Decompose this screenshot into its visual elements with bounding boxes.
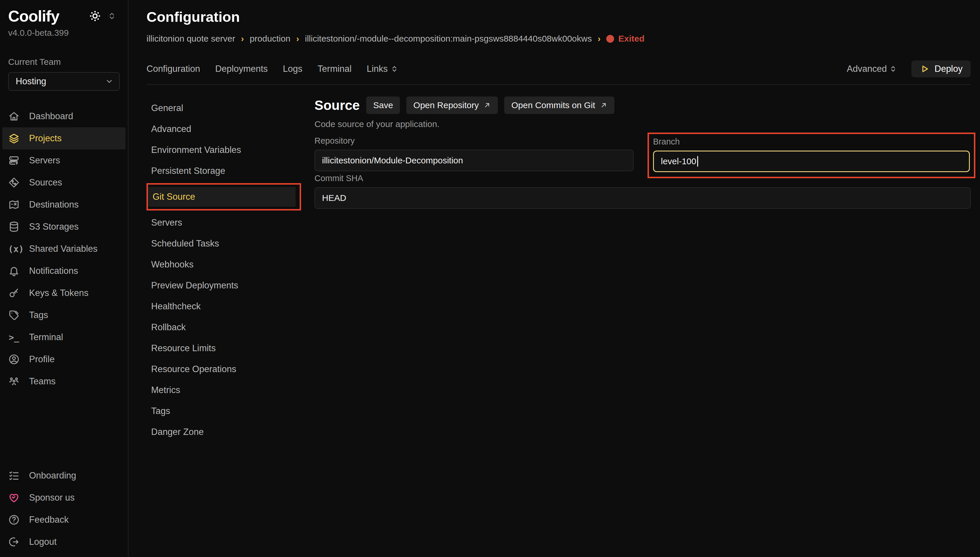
heart-icon [8,492,20,503]
commit-sha-input[interactable]: HEAD [314,187,971,209]
sidebar-item-s3-storages[interactable]: S3 Storages [2,216,125,238]
chevron-right-icon: › [598,34,600,44]
users-icon [8,376,20,387]
open-commits-label: Open Commits on Git [511,100,595,110]
subnav-servers[interactable]: Servers [146,212,301,233]
sidebar-item-sponsor-us[interactable]: Sponsor us [2,487,125,509]
sidebar-item-label: Shared Variables [29,244,98,254]
tab-configuration[interactable]: Configuration [146,64,200,74]
sun-icon[interactable] [89,10,101,22]
subnav-git-source[interactable]: Git Source [148,187,296,207]
app-root: Coolify v4.0.0-beta.399 Current Team Hos… [0,0,980,557]
subnav-preview-deployments[interactable]: Preview Deployments [146,275,301,296]
logout-icon [8,536,20,547]
main-content: Configuration illicitonion quote server … [128,0,980,557]
section-title: Source [314,98,360,113]
tabs: Configuration Deployments Logs Terminal … [146,64,398,74]
open-repository-label: Open Repository [413,100,479,110]
text-cursor [697,156,698,166]
tab-links[interactable]: Links [367,64,398,74]
repository-input[interactable]: illicitestonion/Module-Decomposition [314,150,634,171]
database-icon [8,221,20,232]
tag-icon [8,309,20,321]
subnav-danger-zone[interactable]: Danger Zone [146,422,301,443]
subnav-scheduled-tasks[interactable]: Scheduled Tasks [146,233,301,254]
sidebar-item-dashboard[interactable]: Dashboard [2,105,125,127]
save-button[interactable]: Save [366,96,400,114]
chevron-right-icon: › [241,34,244,44]
terminal-icon: >_ [8,332,20,342]
subnav-environment-variables[interactable]: Environment Variables [146,140,301,160]
variable-icon: (x) [8,244,20,254]
tab-logs[interactable]: Logs [283,64,302,74]
sidebar-item-notifications[interactable]: Notifications [2,260,125,282]
open-repository-button[interactable]: Open Repository [406,96,498,114]
sidebar-item-terminal[interactable]: >_ Terminal [2,326,125,348]
chevron-down-icon [105,77,113,85]
layers-icon [8,133,20,144]
sidebar-item-keys-tokens[interactable]: Keys & Tokens [2,282,125,304]
sidebar-item-profile[interactable]: Profile [2,348,125,370]
sidebar-item-label: S3 Storages [29,221,79,232]
open-commits-button[interactable]: Open Commits on Git [504,96,614,114]
team-select[interactable]: Hosting [8,72,120,91]
chevrons-up-down-icon[interactable] [107,11,116,21]
subnav-general[interactable]: General [146,98,301,119]
subnav-resource-operations[interactable]: Resource Operations [146,359,301,379]
advanced-dropdown[interactable]: Advanced [847,64,897,74]
deploy-button[interactable]: Deploy [912,60,971,77]
configuration-subnav: General Advanced Environment Variables P… [146,85,301,557]
sidebar: Coolify v4.0.0-beta.399 Current Team Hos… [0,0,128,557]
breadcrumb: illicitonion quote server › production ›… [146,34,971,44]
breadcrumb-application[interactable]: illicitestonion/-module--decomposition:m… [305,34,592,44]
subnav-persistent-storage[interactable]: Persistent Storage [146,160,301,181]
commit-sha-field-group: Commit SHA HEAD [314,174,971,209]
advanced-label: Advanced [847,64,887,74]
chevrons-up-down-icon [391,65,398,73]
sidebar-item-destinations[interactable]: Destinations [2,194,125,216]
sidebar-item-label: Keys & Tokens [29,288,88,298]
sidebar-item-projects[interactable]: Projects [2,127,125,150]
subnav-webhooks[interactable]: Webhooks [146,254,301,275]
team-select-value: Hosting [16,76,46,86]
source-form: Repository illicitestonion/Module-Decomp… [314,136,971,209]
breadcrumb-environment[interactable]: production [250,34,290,44]
sidebar-item-servers[interactable]: Servers [2,150,125,171]
sidebar-item-shared-variables[interactable]: (x) Shared Variables [2,238,125,260]
brand-logo[interactable]: Coolify [8,7,59,25]
subnav-resource-limits[interactable]: Resource Limits [146,338,301,359]
deploy-label: Deploy [934,64,963,74]
key-icon [8,288,20,298]
tabs-row: Configuration Deployments Logs Terminal … [146,60,971,77]
tab-terminal[interactable]: Terminal [318,64,352,74]
sidebar-item-label: Feedback [29,515,68,525]
server-icon [8,155,20,166]
sidebar-item-tags[interactable]: Tags [2,304,125,326]
breadcrumb-project[interactable]: illicitonion quote server [146,34,235,44]
external-link-icon [483,101,491,109]
branch-input[interactable]: level-100 [653,151,970,172]
help-circle-icon [8,514,20,525]
subnav-tags[interactable]: Tags [146,401,301,422]
tab-deployments[interactable]: Deployments [215,64,268,74]
subnav-rollback[interactable]: Rollback [146,317,301,338]
sidebar-item-label: Servers [29,155,60,166]
play-icon [920,64,930,74]
sidebar-item-label: Dashboard [29,111,73,122]
checklist-icon [8,470,20,481]
chevrons-up-down-icon [889,65,897,73]
tab-links-label: Links [367,64,388,74]
subnav-advanced[interactable]: Advanced [146,119,301,140]
sidebar-item-logout[interactable]: Logout [2,531,125,553]
home-icon [8,111,20,122]
page-title: Configuration [146,9,971,25]
sidebar-item-sources[interactable]: Sources [2,171,125,194]
sidebar-item-feedback[interactable]: Feedback [2,509,125,531]
sidebar-item-label: Sponsor us [29,492,75,503]
sidebar-item-onboarding[interactable]: Onboarding [2,464,125,487]
user-icon [8,354,20,365]
sidebar-item-label: Sources [29,178,62,188]
subnav-healthcheck[interactable]: Healthcheck [146,296,301,317]
sidebar-item-teams[interactable]: Teams [2,370,125,393]
subnav-metrics[interactable]: Metrics [146,379,301,401]
